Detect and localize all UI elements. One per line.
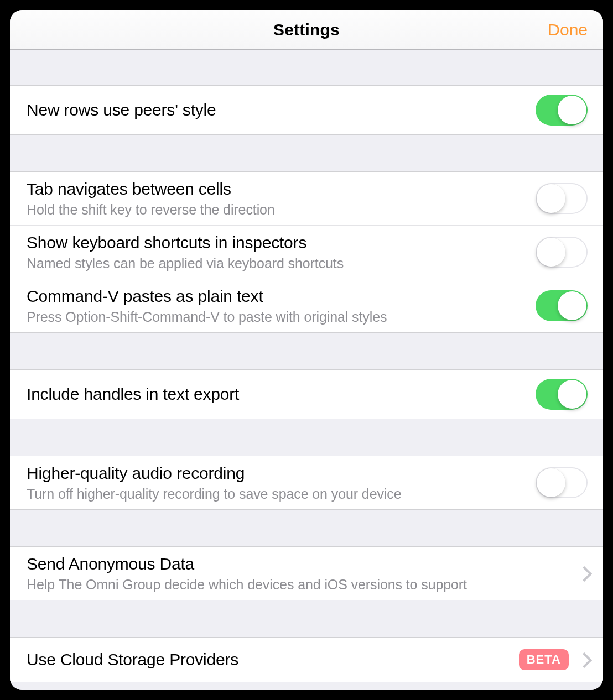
row-title: New rows use peers' style [27,100,524,121]
toggle-knob-icon [537,184,565,213]
page-title: Settings [273,20,340,39]
toggle-higher-quality-audio[interactable] [536,467,588,498]
chevron-right-icon [579,566,588,581]
row-subtitle: Press Option-Shift-Command-V to paste wi… [27,308,524,326]
row-subtitle: Named styles can be applied via keyboard… [27,254,524,273]
row-title: Higher-quality audio recording [27,463,524,484]
row-use-cloud-storage-providers[interactable]: Use Cloud Storage Providers BETA [10,638,603,682]
row-show-keyboard-shortcuts: Show keyboard shortcuts in inspectors Na… [10,225,603,279]
row-title: Command-V pastes as plain text [27,286,524,307]
toggle-command-v-plain-text[interactable] [536,290,588,321]
toggle-new-rows-peers-style[interactable] [536,95,588,126]
toggle-include-handles-export[interactable] [536,379,588,410]
settings-group-3: Include handles in text export [10,369,603,419]
settings-group-4: Higher-quality audio recording Turn off … [10,456,603,510]
row-include-handles-export: Include handles in text export [10,370,603,419]
toggle-knob-icon [558,291,586,320]
toggle-knob-icon [537,468,565,497]
row-title: Send Anonymous Data [27,553,558,574]
toggle-tab-navigates-cells[interactable] [536,183,588,214]
chevron-right-icon [579,652,588,667]
row-title: Use Cloud Storage Providers [27,649,508,670]
row-higher-quality-audio: Higher-quality audio recording Turn off … [10,456,603,509]
settings-header: Settings Done [10,10,603,50]
row-subtitle: Turn off higher-quality recording to sav… [27,485,524,503]
settings-group-1: New rows use peers' style [10,85,603,135]
row-title: Include handles in text export [27,384,524,405]
settings-group-2: Tab navigates between cells Hold the shi… [10,171,603,333]
settings-group-5: Send Anonymous Data Help The Omni Group … [10,546,603,600]
row-tab-navigates-cells: Tab navigates between cells Hold the shi… [10,172,603,225]
settings-group-6: Use Cloud Storage Providers BETA [10,637,603,682]
settings-content: New rows use peers' style Tab navigates … [10,50,603,690]
beta-badge: BETA [519,649,569,670]
toggle-knob-icon [558,380,586,409]
done-button[interactable]: Done [548,20,588,39]
row-send-anonymous-data[interactable]: Send Anonymous Data Help The Omni Group … [10,547,603,600]
toggle-knob-icon [558,96,586,124]
row-new-rows-peers-style: New rows use peers' style [10,86,603,134]
row-title: Show keyboard shortcuts in inspectors [27,232,524,253]
row-title: Tab navigates between cells [27,179,524,200]
toggle-knob-icon [537,238,565,267]
row-subtitle: Help The Omni Group decide which devices… [27,576,558,594]
row-subtitle: Hold the shift key to reverse the direct… [27,201,524,219]
toggle-show-keyboard-shortcuts[interactable] [536,237,588,268]
row-command-v-plain-text: Command-V pastes as plain text Press Opt… [10,279,603,332]
